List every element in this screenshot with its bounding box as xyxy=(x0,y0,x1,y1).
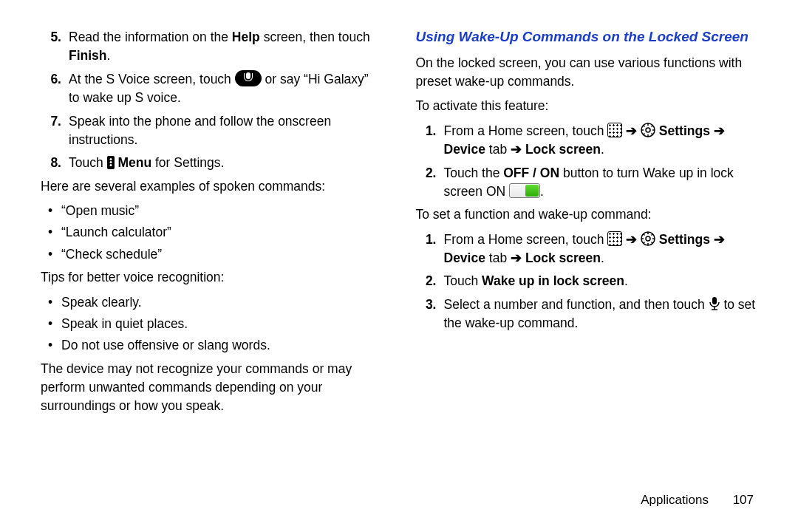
page-number: 107 xyxy=(733,493,754,507)
svoice-steps: 5. Read the information on the Help scre… xyxy=(41,28,383,173)
svg-line-18 xyxy=(643,242,644,244)
mic-button-icon xyxy=(235,70,262,86)
section-heading: Using Wake-Up Commands on the Locked Scr… xyxy=(416,28,758,47)
example-launch-calculator: “Launch calculator” xyxy=(41,223,383,242)
step-5: 5. Read the information on the Help scre… xyxy=(41,28,383,66)
activate-step-1: 1. From a Home screen, touch ➔ Settings … xyxy=(416,122,758,160)
step-6: 6. At the S Voice screen, touch or say “… xyxy=(41,70,383,108)
activate-label: To activate this feature: xyxy=(416,97,758,115)
set-step-2: 2. Touch Wake up in lock screen. xyxy=(416,272,758,290)
svg-point-1 xyxy=(646,128,650,132)
mic-icon xyxy=(709,296,720,311)
spoken-examples: “Open music” “Launch calculator” “Check … xyxy=(41,202,383,264)
tips-intro: Tips for better voice recognition: xyxy=(41,268,383,287)
settings-gear-icon xyxy=(641,123,655,137)
right-column: Using Wake-Up Commands on the Locked Scr… xyxy=(416,28,758,422)
example-check-schedule: “Check schedule” xyxy=(41,245,383,264)
svg-point-11 xyxy=(646,236,650,241)
svg-line-16 xyxy=(643,234,644,236)
set-step-1: 1. From a Home screen, touch ➔ Settings … xyxy=(416,231,758,268)
activate-step-2: 2. Touch the OFF / ON button to turn Wak… xyxy=(416,164,758,202)
set-label: To set a function and wake-up command: xyxy=(416,205,758,224)
recognition-warning: The device may not recognize your comman… xyxy=(41,360,383,416)
footer-section: Applications xyxy=(641,493,709,507)
tips-list: Speak clearly. Speak in quiet places. Do… xyxy=(41,293,383,355)
svg-line-6 xyxy=(643,126,644,127)
tip-quiet-places: Speak in quiet places. xyxy=(41,315,383,333)
set-steps: 1. From a Home screen, touch ➔ Settings … xyxy=(416,231,758,333)
step-8: 8. Touch Menu for Settings. xyxy=(41,154,383,172)
svg-line-8 xyxy=(643,134,644,135)
activate-steps: 1. From a Home screen, touch ➔ Settings … xyxy=(416,122,758,202)
svg-line-9 xyxy=(651,126,652,127)
wakeup-intro: On the locked screen, you can use variou… xyxy=(416,54,758,92)
toggle-on-icon xyxy=(509,183,540,198)
apps-grid-icon xyxy=(607,231,622,246)
step-7: 7. Speak into the phone and follow the o… xyxy=(41,112,383,150)
tip-speak-clearly: Speak clearly. xyxy=(41,293,383,312)
set-step-3: 3. Select a number and function, and the… xyxy=(416,296,758,333)
tip-no-slang: Do not use offensive or slang words. xyxy=(41,336,383,355)
manual-page: 5. Read the information on the Help scre… xyxy=(0,0,798,422)
svg-line-17 xyxy=(651,242,652,244)
svg-rect-20 xyxy=(712,297,717,304)
example-open-music: “Open music” xyxy=(41,202,383,220)
settings-gear-icon xyxy=(641,231,655,246)
svg-line-19 xyxy=(651,234,652,236)
examples-intro: Here are several examples of spoken comm… xyxy=(41,177,383,196)
menu-icon xyxy=(107,156,115,169)
left-column: 5. Read the information on the Help scre… xyxy=(41,28,383,422)
page-footer: Applications 107 xyxy=(641,491,754,510)
svg-line-7 xyxy=(651,134,652,135)
apps-grid-icon xyxy=(607,123,622,137)
